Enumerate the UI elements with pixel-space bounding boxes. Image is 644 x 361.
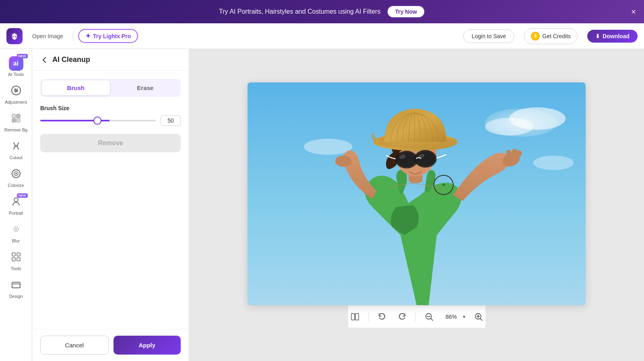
brush-size-label: Brush Size	[40, 105, 181, 111]
portrait-icon	[10, 196, 22, 209]
sidebar-item-label-remove-bg: Remove Bg	[4, 127, 27, 132]
sidebar-item-colorize[interactable]: Colorize	[2, 165, 30, 191]
cancel-button[interactable]: Cancel	[40, 336, 109, 355]
brush-size-slider[interactable]	[40, 120, 156, 121]
toolbar-divider-1	[368, 312, 369, 322]
svg-point-7	[16, 90, 18, 91]
sidebar-item-label-colorize: Colorize	[8, 183, 24, 188]
left-sidebar: ai NEW AI Tools Adjustment	[0, 49, 32, 361]
wand-icon: ✦	[85, 32, 91, 40]
remove-bg-icon	[10, 113, 22, 126]
svg-point-20	[15, 228, 17, 230]
svg-point-17	[15, 173, 17, 174]
svg-rect-22	[17, 253, 20, 256]
sidebar-item-tools[interactable]: Tools	[2, 248, 30, 274]
svg-rect-12	[17, 119, 20, 122]
svg-point-13	[14, 145, 16, 147]
svg-line-54	[480, 318, 482, 320]
main-content: ai NEW AI Tools Adjustment	[0, 49, 644, 361]
remove-button[interactable]: Remove	[40, 134, 181, 152]
canvas-area[interactable]: 86% ▾	[189, 49, 644, 361]
svg-point-34	[335, 156, 351, 167]
download-icon: ⬇	[595, 33, 600, 39]
sidebar-item-label-portrait: Portrait	[9, 211, 23, 215]
header: Open Image ✦ Try Lightx Pro Login to Sav…	[0, 23, 644, 49]
sidebar-item-remove-bg[interactable]: Remove Bg	[2, 109, 30, 135]
svg-rect-9	[12, 114, 16, 118]
download-label: Download	[603, 33, 630, 39]
portrait-new-badge: NEW	[17, 193, 28, 198]
canvas-image[interactable]	[248, 82, 586, 305]
slider-container: 50	[40, 115, 181, 126]
zoom-dropdown-button[interactable]: ▾	[463, 314, 465, 320]
get-credits-button[interactable]: $ Get Credits	[524, 28, 578, 44]
colorize-icon	[10, 168, 22, 182]
design-icon	[10, 279, 22, 293]
sidebar-item-label-ai-tools: AI Tools	[8, 72, 24, 77]
tools-panel-body: Brush Erase Brush Size 50 Remove	[32, 71, 189, 329]
svg-rect-24	[17, 258, 20, 261]
apply-button[interactable]: Apply	[114, 336, 181, 355]
try-now-button[interactable]: Try Now	[387, 5, 425, 18]
redo-button[interactable]	[395, 310, 409, 324]
login-save-button[interactable]: Login to Save	[463, 29, 515, 43]
download-button[interactable]: ⬇ Download	[587, 30, 638, 43]
svg-point-31	[304, 139, 352, 155]
toolbar-divider-2	[415, 312, 416, 322]
sidebar-item-ai-tools[interactable]: ai NEW AI Tools	[2, 53, 30, 80]
svg-rect-21	[12, 253, 15, 256]
svg-rect-47	[355, 314, 359, 320]
svg-point-1	[15, 36, 17, 37]
tools-panel: AI Cleanup Brush Erase Brush Size 50 Rem…	[32, 49, 189, 361]
svg-rect-23	[12, 258, 15, 261]
brush-size-value: 50	[161, 115, 181, 126]
svg-point-30	[485, 118, 533, 135]
top-banner: Try AI Portraits, Hairstyles and Costume…	[0, 0, 644, 23]
try-lightx-button[interactable]: ✦ Try Lightx Pro	[78, 29, 138, 43]
panel-title: AI Cleanup	[52, 55, 90, 64]
svg-point-6	[14, 88, 16, 90]
sidebar-item-design[interactable]: Design	[2, 276, 30, 302]
svg-rect-26	[12, 282, 20, 284]
svg-point-32	[533, 156, 574, 170]
ai-tools-icon: ai	[9, 56, 23, 71]
svg-line-50	[431, 318, 433, 320]
zoom-out-button[interactable]	[422, 310, 436, 324]
sidebar-item-portrait[interactable]: NEW Portrait	[2, 193, 30, 219]
svg-point-8	[15, 91, 17, 92]
split-view-button[interactable]	[348, 310, 362, 324]
sidebar-item-label-cutout: Cutout	[9, 155, 22, 160]
sidebar-item-cutout[interactable]: Cutout	[2, 137, 30, 163]
sidebar-item-blur[interactable]: Blur	[2, 220, 30, 246]
logo	[6, 28, 23, 44]
banner-close-button[interactable]: ×	[631, 7, 636, 16]
tools-panel-footer: Cancel Apply	[32, 329, 189, 361]
brush-size-section: Brush Size 50	[40, 105, 181, 126]
erase-button[interactable]: Erase	[111, 80, 180, 95]
banner-text: Try AI Portraits, Hairstyles and Costume…	[219, 8, 380, 15]
sidebar-item-label-tools: Tools	[11, 266, 21, 271]
brush-erase-toggle: Brush Erase	[40, 79, 181, 97]
zoom-in-button[interactable]	[472, 310, 485, 324]
sidebar-item-label-adjustment: Adjustment	[5, 100, 27, 105]
brush-button[interactable]: Brush	[42, 80, 110, 95]
svg-point-14	[16, 145, 18, 147]
svg-point-41	[397, 152, 416, 167]
coin-icon: $	[531, 32, 540, 41]
svg-point-43	[416, 152, 435, 166]
open-image-button[interactable]: Open Image	[27, 31, 68, 42]
blur-icon	[10, 224, 22, 237]
back-button[interactable]	[40, 56, 48, 64]
header-divider	[73, 31, 73, 41]
sidebar-item-adjustment[interactable]: Adjustment	[2, 82, 30, 108]
undo-button[interactable]	[375, 310, 389, 324]
svg-rect-11	[12, 119, 16, 122]
tools-icon	[10, 251, 22, 265]
sidebar-item-label-blur: Blur	[12, 238, 20, 243]
svg-point-0	[13, 36, 14, 37]
try-lightx-label: Try Lightx Pro	[93, 33, 131, 39]
ai-tools-new-badge: NEW	[17, 54, 28, 58]
sidebar-item-label-design: Design	[9, 294, 23, 299]
svg-rect-10	[17, 114, 20, 118]
zoom-value: 86%	[442, 314, 460, 320]
